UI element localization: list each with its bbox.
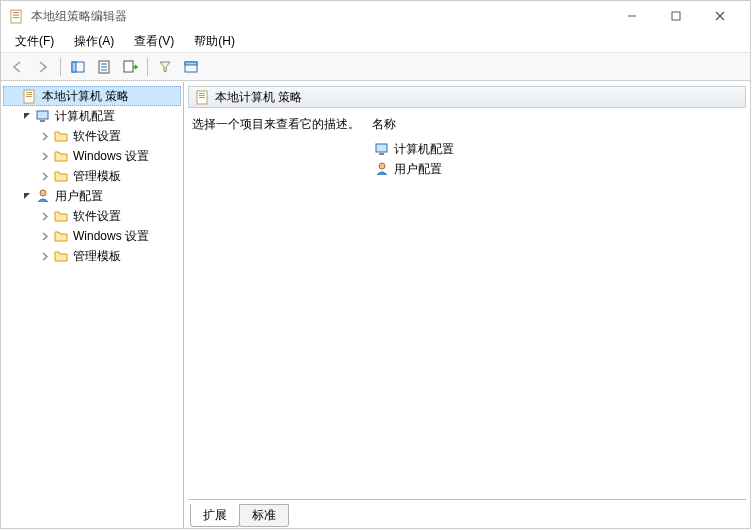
- folder-icon: [53, 208, 69, 224]
- window-controls: [610, 1, 742, 31]
- svg-rect-2: [13, 15, 19, 16]
- svg-rect-27: [199, 97, 205, 98]
- tab-container: [188, 499, 746, 500]
- tree-user-windows[interactable]: Windows 设置: [3, 226, 181, 246]
- tab-extended[interactable]: 扩展: [190, 504, 240, 527]
- tree-comp-admin[interactable]: 管理模板: [3, 166, 181, 186]
- menu-view[interactable]: 查看(V): [126, 31, 182, 52]
- svg-rect-22: [40, 120, 45, 122]
- toolbar: [1, 53, 750, 81]
- svg-rect-20: [26, 96, 32, 97]
- tree-comp-software[interactable]: 软件设置: [3, 126, 181, 146]
- content-header-title: 本地计算机 策略: [215, 89, 302, 106]
- svg-rect-14: [124, 61, 133, 72]
- list-column: 名称 计算机配置 用户配置: [372, 116, 742, 491]
- user-icon: [374, 161, 390, 177]
- tree-root[interactable]: 本地计算机 策略: [3, 86, 181, 106]
- description-column: 选择一个项目来查看它的描述。: [192, 116, 372, 491]
- tree-label: 本地计算机 策略: [42, 88, 129, 105]
- menu-file[interactable]: 文件(F): [7, 31, 62, 52]
- svg-rect-28: [376, 144, 387, 152]
- export-list-button[interactable]: [118, 56, 142, 78]
- tree-user-config[interactable]: 用户配置: [3, 186, 181, 206]
- description-prompt: 选择一个项目来查看它的描述。: [192, 117, 360, 131]
- svg-rect-16: [185, 62, 197, 65]
- tree-user-admin[interactable]: 管理模板: [3, 246, 181, 266]
- tree-label: 管理模板: [73, 248, 121, 265]
- computer-icon: [35, 108, 51, 124]
- expand-toggle[interactable]: [39, 150, 51, 162]
- show-hide-tree-button[interactable]: [66, 56, 90, 78]
- svg-rect-1: [13, 12, 19, 13]
- list-item-computer-config[interactable]: 计算机配置: [372, 139, 742, 159]
- svg-rect-29: [379, 153, 384, 155]
- toolbar-separator: [147, 58, 148, 76]
- blank-toggle: [8, 90, 20, 102]
- close-button[interactable]: [698, 1, 742, 31]
- collapse-toggle[interactable]: [21, 190, 33, 202]
- policy-icon: [195, 89, 211, 105]
- tree-label: Windows 设置: [73, 228, 149, 245]
- svg-rect-0: [11, 10, 21, 23]
- expand-toggle[interactable]: [39, 130, 51, 142]
- svg-rect-19: [26, 94, 32, 95]
- refresh-button[interactable]: [179, 56, 203, 78]
- folder-icon: [53, 148, 69, 164]
- folder-icon: [53, 128, 69, 144]
- menu-action[interactable]: 操作(A): [66, 31, 122, 52]
- folder-icon: [53, 248, 69, 264]
- content-body: 选择一个项目来查看它的描述。 名称 计算机配置 用户配置: [184, 108, 750, 499]
- workspace: 本地计算机 策略 计算机配置 软件设置 Windows 设置 管理模板 用户配置: [1, 81, 750, 528]
- tree-label: 计算机配置: [55, 108, 115, 125]
- list-item-label: 计算机配置: [394, 141, 454, 158]
- svg-rect-21: [37, 111, 48, 119]
- tree-pane[interactable]: 本地计算机 策略 计算机配置 软件设置 Windows 设置 管理模板 用户配置: [1, 82, 184, 528]
- list-header-name[interactable]: 名称: [372, 116, 742, 133]
- svg-rect-5: [672, 12, 680, 20]
- list-item-user-config[interactable]: 用户配置: [372, 159, 742, 179]
- maximize-button[interactable]: [654, 1, 698, 31]
- tab-standard[interactable]: 标准: [239, 504, 289, 527]
- expand-toggle[interactable]: [39, 230, 51, 242]
- tree-comp-windows[interactable]: Windows 设置: [3, 146, 181, 166]
- user-icon: [35, 188, 51, 204]
- content-header: 本地计算机 策略: [188, 86, 746, 108]
- tree-label: Windows 设置: [73, 148, 149, 165]
- tree-user-software[interactable]: 软件设置: [3, 206, 181, 226]
- titlebar: 本地组策略编辑器: [1, 1, 750, 31]
- toolbar-separator: [60, 58, 61, 76]
- forward-button[interactable]: [31, 56, 55, 78]
- back-button[interactable]: [5, 56, 29, 78]
- tab-strip: 扩展 标准: [184, 504, 750, 528]
- tree-label: 管理模板: [73, 168, 121, 185]
- svg-rect-18: [26, 92, 32, 93]
- svg-rect-9: [72, 62, 76, 72]
- expand-toggle[interactable]: [39, 210, 51, 222]
- app-icon: [9, 8, 25, 24]
- list-item-label: 用户配置: [394, 161, 442, 178]
- tree-label: 软件设置: [73, 208, 121, 225]
- tree-label: 用户配置: [55, 188, 103, 205]
- menu-help[interactable]: 帮助(H): [186, 31, 243, 52]
- content-pane: 本地计算机 策略 选择一个项目来查看它的描述。 名称 计算机配置 用户配置 扩展: [184, 82, 750, 528]
- folder-icon: [53, 228, 69, 244]
- svg-point-23: [40, 190, 46, 196]
- svg-point-30: [379, 163, 385, 169]
- minimize-button[interactable]: [610, 1, 654, 31]
- policy-icon: [22, 88, 38, 104]
- svg-rect-3: [13, 17, 19, 18]
- window-title: 本地组策略编辑器: [31, 8, 610, 25]
- svg-rect-26: [199, 95, 205, 96]
- tree-label: 软件设置: [73, 128, 121, 145]
- tree-computer-config[interactable]: 计算机配置: [3, 106, 181, 126]
- expand-toggle[interactable]: [39, 250, 51, 262]
- collapse-toggle[interactable]: [21, 110, 33, 122]
- properties-button[interactable]: [92, 56, 116, 78]
- expand-toggle[interactable]: [39, 170, 51, 182]
- menubar: 文件(F) 操作(A) 查看(V) 帮助(H): [1, 31, 750, 53]
- svg-rect-25: [199, 93, 205, 94]
- folder-icon: [53, 168, 69, 184]
- filter-button[interactable]: [153, 56, 177, 78]
- computer-icon: [374, 141, 390, 157]
